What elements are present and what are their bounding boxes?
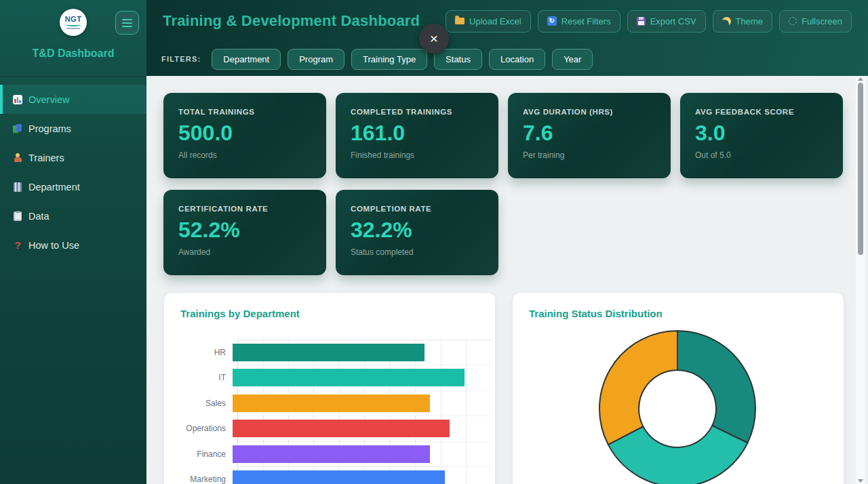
- bar-category-label: Marketing: [180, 475, 232, 484]
- kpi-label: AVG DURATION (HRS): [523, 108, 656, 116]
- filters-label: FILTERS:: [161, 55, 201, 63]
- bar-finance: [233, 445, 430, 463]
- building-icon: [12, 182, 23, 193]
- scroll-down-arrow[interactable]: [858, 479, 863, 483]
- logo-text: NGT: [65, 16, 82, 22]
- bar-chart-icon: [12, 94, 23, 105]
- kpi-subtext: Status completed: [351, 247, 484, 257]
- sidebar-item-label: Data: [28, 211, 50, 222]
- question-icon: ?: [12, 240, 23, 251]
- bar-marketing: [233, 470, 445, 484]
- reset-icon: ↻: [547, 16, 557, 26]
- kpi-row-1: TOTAL TRAININGS 500.0 All records COMPLE…: [163, 93, 868, 178]
- sidebar-toggle-button[interactable]: [115, 11, 139, 35]
- vertical-scrollbar[interactable]: [856, 76, 865, 484]
- filter-pill-department[interactable]: Department: [212, 49, 281, 70]
- kpi-subtext: Finished trainings: [351, 150, 484, 160]
- bar-row-operations: Operations: [180, 416, 481, 442]
- charts-row: Trainings by Department HR IT Sales: [163, 292, 868, 484]
- filter-pill-location[interactable]: Location: [489, 49, 545, 70]
- department-bar-chart: HR IT Sales Operations: [180, 340, 481, 484]
- logo-tagline: [66, 28, 80, 29]
- moon-icon: [721, 16, 732, 26]
- sidebar-item-overview[interactable]: Overview: [0, 85, 146, 114]
- sidebar-item-data[interactable]: Data: [0, 201, 146, 230]
- filter-pill-program[interactable]: Program: [288, 49, 344, 70]
- kpi-label: TOTAL TRAININGS: [178, 108, 311, 116]
- kpi-value: 161.0: [351, 121, 484, 146]
- header-buttons: Upload Excel ↻ Reset Filters Export CSV …: [446, 10, 852, 33]
- donut-chart-card: Training Status Distribution: [512, 292, 844, 484]
- bar-row-it: IT: [180, 365, 481, 391]
- kpi-card-avg-feedback: AVG FEEDBACK SCORE 3.0 Out of 5.0: [680, 93, 843, 178]
- sidebar-item-label: Department: [28, 182, 80, 193]
- kpi-subtext: All records: [178, 150, 311, 160]
- bar-row-finance: Finance: [180, 441, 481, 467]
- sidebar-item-programs[interactable]: Programs: [0, 114, 146, 143]
- kpi-card-total-trainings: TOTAL TRAININGS 500.0 All records: [163, 93, 326, 178]
- page-title: Training & Development Dashboard: [163, 12, 420, 30]
- bar-row-hr: HR: [180, 340, 481, 365]
- sidebar-brand-title: T&D Dashboard: [0, 47, 146, 60]
- kpi-label: COMPLETED TRAININGS: [351, 108, 484, 116]
- logo-swoosh: [66, 23, 81, 26]
- sidebar-item-label: Overview: [28, 94, 69, 105]
- sidebar-item-how-to-use[interactable]: ? How to Use: [0, 230, 146, 260]
- fullscreen-button[interactable]: Fullscreen: [779, 10, 852, 33]
- kpi-value: 7.6: [523, 121, 656, 146]
- donut-slice-1: [677, 331, 755, 443]
- clipboard-icon: [12, 211, 23, 222]
- filter-pill-year[interactable]: Year: [552, 49, 593, 70]
- bar-category-label: IT: [180, 373, 232, 382]
- bar-category-label: Finance: [180, 449, 232, 459]
- kpi-value: 52.2%: [178, 218, 311, 243]
- kpi-card-certification-rate: CERTIFICATION RATE 52.2% Awarded: [163, 190, 326, 275]
- kpi-label: CERTIFICATION RATE: [178, 205, 311, 213]
- hamburger-icon: [122, 19, 132, 20]
- header-top-row: Training & Development Dashboard Upload …: [146, 0, 868, 42]
- sidebar-item-label: Programs: [28, 123, 71, 134]
- kpi-label: AVG FEEDBACK SCORE: [695, 108, 828, 116]
- bar-it: [233, 369, 465, 386]
- bar-hr: [233, 344, 425, 361]
- status-donut-chart: [513, 293, 845, 484]
- bar-operations: [233, 420, 450, 437]
- filter-pill-training-type[interactable]: Training Type: [351, 49, 427, 70]
- books-icon: [12, 123, 23, 134]
- trainer-icon: [12, 153, 23, 163]
- bar-category-label: HR: [180, 348, 232, 357]
- sidebar-item-label: Trainers: [28, 153, 64, 163]
- floppy-disk-icon: [637, 17, 646, 26]
- app-window: NGT T&D Dashboard Overview Programs Trai…: [0, 0, 868, 484]
- kpi-value: 3.0: [695, 121, 828, 146]
- sidebar-item-trainers[interactable]: Trainers: [0, 143, 146, 172]
- kpi-card-completion-rate: COMPLETION RATE 32.2% Status completed: [336, 190, 498, 275]
- bar-row-marketing: Marketing: [180, 467, 481, 484]
- scrollbar-thumb[interactable]: [858, 83, 863, 255]
- kpi-value: 500.0: [178, 121, 311, 146]
- filter-bar: FILTERS: Department Program Training Typ…: [146, 42, 868, 76]
- sidebar-menu: Overview Programs Trainers Department Da…: [0, 76, 146, 260]
- sidebar: NGT T&D Dashboard Overview Programs Trai…: [0, 0, 146, 484]
- kpi-subtext: Out of 5.0: [695, 150, 828, 160]
- fullscreen-icon: [789, 17, 797, 25]
- donut-slice-3: [599, 331, 677, 445]
- bar-category-label: Operations: [180, 424, 232, 433]
- main-content: TOTAL TRAININGS 500.0 All records COMPLE…: [146, 76, 868, 484]
- close-button[interactable]: ×: [419, 24, 449, 54]
- kpi-row-2: CERTIFICATION RATE 52.2% Awarded COMPLET…: [163, 190, 868, 275]
- sidebar-item-department[interactable]: Department: [0, 172, 146, 201]
- bar-sales: [233, 395, 430, 412]
- kpi-subtext: Awarded: [178, 247, 311, 257]
- export-csv-button[interactable]: Export CSV: [627, 10, 706, 33]
- kpi-label: COMPLETION RATE: [351, 205, 484, 213]
- bar-chart-card: Trainings by Department HR IT Sales: [163, 292, 496, 484]
- kpi-card-avg-duration: AVG DURATION (HRS) 7.6 Per training: [508, 93, 671, 178]
- theme-toggle-button[interactable]: Theme: [713, 10, 772, 33]
- bar-category-label: Sales: [180, 399, 232, 408]
- scroll-up-arrow[interactable]: [858, 77, 863, 81]
- folder-icon: [455, 18, 465, 24]
- sidebar-item-label: How to Use: [28, 240, 79, 251]
- upload-excel-button[interactable]: Upload Excel: [446, 10, 531, 33]
- reset-filters-button[interactable]: ↻ Reset Filters: [538, 10, 620, 33]
